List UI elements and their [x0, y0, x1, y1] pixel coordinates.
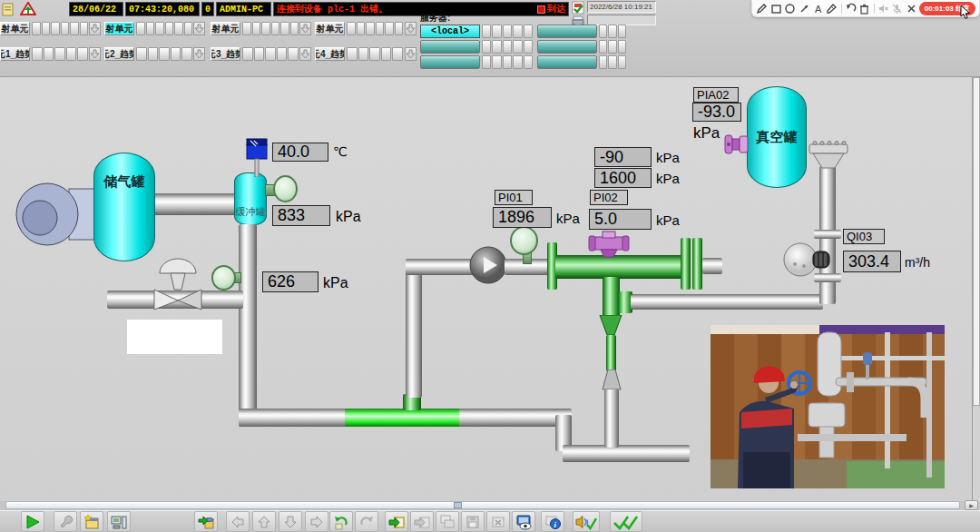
blank-button[interactable]	[42, 22, 51, 35]
audio-ack-button[interactable]	[573, 511, 600, 532]
scroll-right-button[interactable]: ▶	[965, 500, 978, 510]
blank-button[interactable]	[524, 25, 533, 38]
trend-group-1-button[interactable]: 元1_趋势	[0, 47, 30, 61]
server-slot-bar[interactable]	[420, 40, 480, 54]
blank-button[interactable]	[277, 47, 288, 61]
blank-button[interactable]	[503, 55, 512, 69]
trend-group-1-dropdown-button[interactable]	[89, 47, 101, 61]
run-button[interactable]	[21, 511, 44, 532]
blank-button[interactable]	[44, 47, 54, 61]
marker-icon[interactable]	[826, 2, 838, 15]
server-slot-bar[interactable]	[537, 25, 597, 38]
blank-button[interactable]	[599, 55, 607, 69]
blank-button[interactable]	[32, 22, 41, 35]
blank-button[interactable]	[385, 22, 394, 35]
blank-button[interactable]	[376, 22, 385, 35]
alarm-ack-icon[interactable]	[20, 2, 36, 16]
server-slot-bar[interactable]	[537, 55, 597, 69]
circle-icon[interactable]	[784, 2, 796, 15]
blank-button[interactable]	[513, 55, 522, 69]
blank-button[interactable]	[369, 47, 380, 61]
blank-button[interactable]	[252, 22, 261, 35]
blank-button[interactable]	[136, 22, 145, 35]
blank-button[interactable]	[136, 47, 147, 61]
blank-button[interactable]	[51, 22, 60, 35]
blank-button[interactable]	[492, 40, 501, 54]
unit-group-4-dropdown-button[interactable]	[405, 22, 416, 35]
blank-button[interactable]	[242, 47, 253, 61]
blank-button[interactable]	[181, 47, 192, 61]
blank-button[interactable]	[271, 22, 280, 35]
blank-button[interactable]	[347, 47, 358, 61]
nav-up-button[interactable]	[252, 511, 276, 532]
blank-button[interactable]	[288, 47, 299, 61]
blank-button[interactable]	[358, 47, 369, 61]
blank-button[interactable]	[242, 22, 251, 35]
trend-group-3-button[interactable]: 元3_趋势	[211, 47, 240, 61]
blank-button[interactable]	[184, 22, 193, 35]
blank-button[interactable]	[608, 40, 616, 54]
project-icon[interactable]	[2, 2, 16, 16]
trash-icon[interactable]	[858, 2, 870, 15]
ack-all-button[interactable]	[610, 511, 642, 532]
mic-muted-icon[interactable]	[891, 2, 903, 15]
blank-button[interactable]	[381, 47, 392, 61]
unit-group-3-button[interactable]: 射单元	[211, 22, 240, 35]
server-slot-bar[interactable]	[537, 40, 597, 54]
blank-button[interactable]	[618, 40, 626, 54]
monitor-view-button[interactable]	[512, 511, 535, 532]
unit-group-2-button[interactable]: 射单元	[104, 22, 134, 35]
goto-screen-button[interactable]	[194, 511, 218, 532]
blank-button[interactable]	[290, 22, 299, 35]
nav-right-button[interactable]	[305, 511, 328, 532]
pencil-icon[interactable]	[756, 2, 768, 15]
blank-button[interactable]	[265, 47, 276, 61]
blank-button[interactable]	[503, 40, 512, 54]
unit-group-1-dropdown-button[interactable]	[89, 22, 101, 35]
goto-window-button[interactable]	[385, 511, 408, 532]
forms-button[interactable]	[80, 511, 103, 532]
forward-button[interactable]	[355, 511, 378, 532]
speaker-muted-icon[interactable]	[877, 2, 888, 15]
server-slot-bar[interactable]	[420, 55, 480, 69]
blank-button[interactable]	[77, 47, 88, 61]
blank-button[interactable]	[146, 22, 155, 35]
blank-button[interactable]	[261, 22, 270, 35]
rectangle-icon[interactable]	[769, 2, 781, 15]
unit-group-4-button[interactable]: 射单元	[315, 22, 345, 35]
goto-window-disabled-button[interactable]	[410, 511, 434, 532]
blank-button[interactable]	[599, 25, 607, 38]
blank-button[interactable]	[155, 22, 164, 35]
back-button[interactable]	[329, 511, 353, 532]
undo-icon[interactable]	[845, 2, 857, 15]
blank-button[interactable]	[54, 47, 65, 61]
vertical-scrollbar-thumb[interactable]	[973, 77, 980, 406]
info-button[interactable]: i	[541, 511, 564, 532]
unit-group-2-dropdown-button[interactable]	[193, 22, 205, 35]
blank-button[interactable]	[280, 22, 289, 35]
blank-button[interactable]	[32, 47, 43, 61]
blank-button[interactable]	[174, 22, 183, 35]
blank-button[interactable]	[159, 47, 170, 61]
trend-group-3-dropdown-button[interactable]	[299, 47, 311, 61]
blank-button[interactable]	[70, 22, 79, 35]
blank-button[interactable]	[524, 55, 533, 69]
tools-button[interactable]	[54, 511, 77, 532]
blank-button[interactable]	[254, 47, 265, 61]
blank-button[interactable]	[503, 25, 512, 38]
blank-button[interactable]	[492, 55, 501, 69]
nav-left-button[interactable]	[226, 511, 250, 532]
blank-button[interactable]	[513, 40, 522, 54]
trend-group-2-button[interactable]: 元2_趋势	[104, 47, 134, 61]
blank-button[interactable]	[599, 40, 607, 54]
blank-button[interactable]	[618, 55, 626, 69]
blank-button[interactable]	[165, 22, 174, 35]
blank-button[interactable]	[148, 47, 159, 61]
blank-button[interactable]	[61, 22, 70, 35]
server-local-button[interactable]: <local>	[420, 25, 480, 38]
blank-button[interactable]	[366, 22, 375, 35]
blank-button[interactable]	[482, 55, 491, 69]
ack-check-icon[interactable]	[572, 1, 585, 15]
horizontal-scrollbar[interactable]	[5, 501, 960, 509]
blank-button[interactable]	[66, 47, 77, 61]
